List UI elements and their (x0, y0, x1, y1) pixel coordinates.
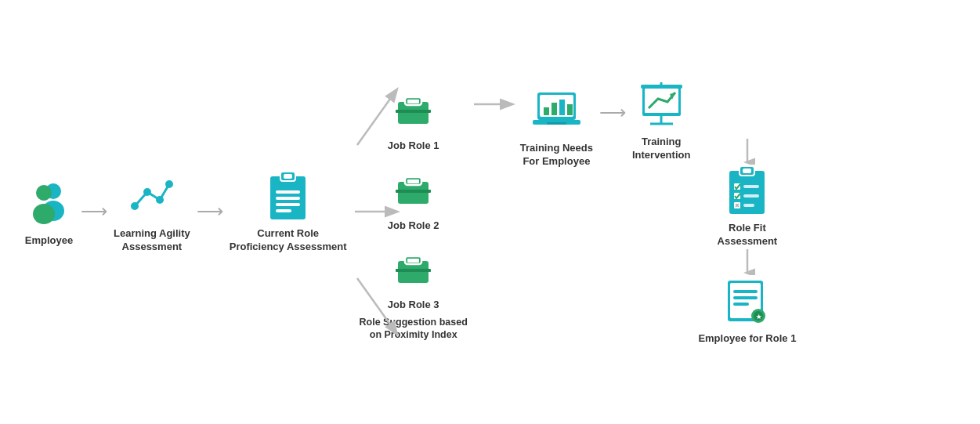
diagram: Employee ⟶ Learning AgilityAssessment ⟶ (0, 0, 980, 424)
svg-rect-28 (407, 259, 419, 263)
arrow-down-1 (740, 137, 755, 165)
svg-rect-61 (733, 290, 758, 293)
svg-rect-62 (733, 296, 758, 299)
svg-rect-49 (743, 169, 751, 173)
svg-rect-34 (551, 103, 557, 115)
svg-rect-10 (284, 174, 292, 179)
svg-rect-36 (567, 104, 573, 115)
svg-rect-21 (396, 110, 431, 113)
learning-agility-label: Learning AgilityAssessment (114, 227, 190, 254)
svg-rect-38 (547, 122, 566, 125)
svg-text:★: ★ (755, 313, 761, 321)
svg-rect-63 (733, 303, 749, 306)
svg-rect-24 (407, 179, 419, 183)
svg-point-2 (36, 185, 52, 201)
svg-line-17 (357, 278, 396, 333)
role-fit-icon (721, 165, 772, 216)
arrow-to-training (472, 82, 515, 341)
employee-for-role-node: ★ Employee for Role 1 (698, 275, 796, 346)
learning-agility-icon (126, 170, 177, 221)
svg-rect-13 (276, 203, 300, 206)
svg-rect-11 (276, 190, 300, 194)
main-flow: Employee ⟶ Learning AgilityAssessment ⟶ (24, 78, 956, 346)
employee-icon (24, 177, 74, 228)
job-role-2-node: Job Role 2 (388, 162, 439, 233)
learning-agility-node: Learning AgilityAssessment (114, 170, 190, 254)
svg-rect-56 (743, 194, 759, 198)
arrow-2: ⟶ (197, 201, 223, 223)
job-role-2-label: Job Role 2 (388, 219, 439, 233)
svg-rect-25 (396, 190, 431, 193)
training-needs-label: Training NeedsFor Employee (520, 142, 593, 169)
svg-rect-29 (396, 269, 431, 272)
svg-point-3 (33, 204, 55, 224)
svg-rect-35 (559, 100, 565, 115)
training-needs-icon (531, 85, 582, 136)
svg-rect-55 (743, 185, 759, 188)
current-role-node: Current RoleProficiency Assessment (230, 170, 347, 254)
training-needs-node: Training NeedsFor Employee (520, 85, 593, 169)
current-role-icon (262, 170, 313, 221)
arrow-1: ⟶ (81, 201, 107, 223)
training-intervention-node: TrainingIntervention (632, 78, 690, 162)
employee-for-role-label: Employee for Role 1 (698, 332, 796, 346)
training-intervention-label: TrainingIntervention (632, 136, 690, 162)
employee-for-role-icon: ★ (721, 275, 772, 326)
svg-rect-33 (544, 107, 549, 115)
training-intervention-icon (636, 78, 687, 129)
svg-line-15 (357, 90, 396, 145)
arrow-3: ⟶ (599, 102, 626, 124)
svg-rect-57 (743, 204, 754, 207)
vertical-right-section: Role FitAssessment (698, 78, 796, 346)
svg-rect-14 (276, 209, 291, 212)
role-fit-label: Role FitAssessment (718, 222, 778, 248)
employee-label: Employee (25, 234, 73, 248)
role-fit-node: Role FitAssessment (718, 165, 778, 248)
svg-rect-12 (276, 197, 300, 200)
arrow-down-2 (740, 248, 755, 275)
current-role-label: Current RoleProficiency Assessment (230, 227, 347, 254)
employee-node: Employee (24, 177, 74, 248)
svg-rect-20 (407, 100, 419, 103)
